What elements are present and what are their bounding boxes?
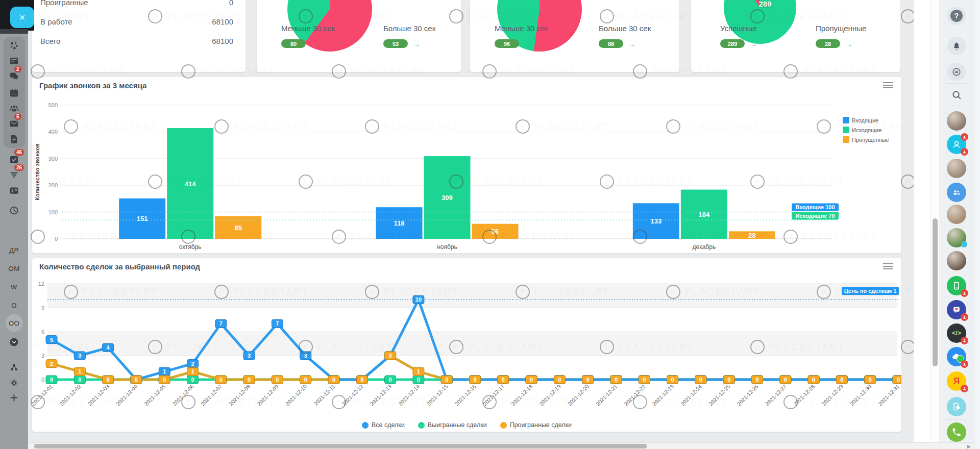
deals-chart-menu-button[interactable]	[883, 263, 893, 270]
svg-text:2021-12-22: 2021-12-22	[623, 383, 647, 407]
bell-icon[interactable]	[947, 37, 966, 55]
window-scrollbar[interactable]	[974, 0, 980, 449]
sidebar-item-calendar[interactable]	[0, 86, 28, 100]
sidebar-item-ДР[interactable]: ДР	[0, 243, 28, 257]
code-icon[interactable]: </>	[947, 323, 966, 343]
count-pill[interactable]: 80	[281, 39, 306, 48]
app-avatar[interactable]	[947, 135, 966, 154]
app-avatar[interactable]	[947, 183, 966, 202]
svg-text:7: 7	[276, 320, 279, 327]
count-pill[interactable]: 28	[816, 39, 840, 48]
panel-bell-button[interactable]	[939, 36, 974, 56]
sidebar-item-docs[interactable]	[0, 132, 28, 146]
tablet-icon[interactable]	[947, 276, 966, 295]
deals-line-chart[interactable]: 036912Цель по сделкам 12021-12-012021-12…	[32, 273, 901, 419]
sidebar-item-mail[interactable]: 5	[0, 116, 28, 131]
goto-arrow[interactable]: →	[524, 40, 531, 48]
sidebar-item-plus[interactable]	[0, 390, 28, 405]
chat-avatar[interactable]	[939, 205, 974, 224]
scroll-right-arrow[interactable]: ▶	[967, 444, 971, 449]
legend-item[interactable]: Исходящие	[843, 127, 889, 133]
calls-bar-chart[interactable]: 0100200300400500Количество звонков151414…	[32, 91, 879, 253]
user-avatar[interactable]	[947, 111, 966, 131]
sidebar-item-employees[interactable]	[0, 101, 28, 115]
heart-bubble-icon[interactable]	[947, 300, 966, 319]
panel-chat-lines-button[interactable]	[939, 62, 974, 82]
chat-avatar[interactable]	[939, 228, 974, 247]
chat-avatar[interactable]	[939, 251, 974, 270]
chat-lines-icon[interactable]	[947, 63, 966, 81]
sidebar-item-OO[interactable]: OO	[0, 316, 28, 330]
divider	[946, 83, 967, 84]
svg-text:2021-12-28: 2021-12-28	[792, 383, 816, 407]
telephony-shortcut[interactable]	[939, 422, 974, 442]
help-icon[interactable]: ?	[947, 7, 966, 25]
legend-item[interactable]: Входящие	[843, 117, 889, 123]
chat-avatar[interactable]	[939, 183, 974, 202]
user-avatar[interactable]	[947, 228, 966, 247]
goto-arrow[interactable]: →	[628, 40, 635, 48]
svg-text:0: 0	[812, 377, 815, 383]
svg-text:2021-12-11: 2021-12-11	[312, 383, 336, 407]
app-shortcut[interactable]: Я	[939, 371, 974, 391]
app-shortcut[interactable]	[939, 300, 974, 319]
panel-help-button[interactable]: ?	[939, 6, 974, 26]
panel-search-button[interactable]	[939, 85, 974, 105]
svg-text:0: 0	[389, 377, 392, 383]
vertical-scrollbar[interactable]	[930, 0, 940, 449]
chat-avatar[interactable]	[939, 159, 974, 178]
feed-icon	[9, 56, 19, 66]
user-avatar[interactable]	[947, 205, 966, 224]
calls-chart-card: График звонков за 3 месяца 0100200300400…	[32, 77, 902, 254]
sidebar-item-clock[interactable]	[0, 203, 28, 217]
telephony-shortcut[interactable]	[939, 397, 974, 416]
chevron-down-circle-icon	[9, 337, 19, 347]
chat-avatar[interactable]	[939, 111, 974, 131]
user-avatar[interactable]	[947, 159, 966, 178]
legend-item[interactable]: Пропущенные	[843, 136, 889, 143]
placestart-watermark: PPLACESTART	[901, 9, 914, 23]
sidebar-item-gear[interactable]	[0, 376, 28, 390]
sidebar-item-feed[interactable]	[0, 54, 28, 68]
goto-arrow[interactable]: →	[413, 40, 420, 48]
sidebar-item-O[interactable]: O	[0, 298, 28, 312]
goto-arrow[interactable]: →	[311, 40, 318, 48]
legend-item[interactable]: Все сделки	[362, 421, 405, 429]
svg-text:3: 3	[304, 353, 307, 359]
svg-text:3: 3	[41, 353, 44, 359]
sidebar-item-W[interactable]: W	[0, 280, 28, 294]
user-avatar[interactable]	[947, 251, 966, 270]
sidebar-item-messenger[interactable]: 2	[0, 69, 28, 83]
calls-chart-menu-button[interactable]	[883, 82, 893, 89]
count-pill[interactable]: 96	[495, 39, 519, 48]
sidebar-item-ОМ[interactable]: ОМ	[0, 261, 28, 276]
sidebar-item-chevron-down-circle[interactable]	[0, 335, 28, 349]
count-pill[interactable]: 289	[720, 39, 745, 48]
sidebar-item-pulse[interactable]	[0, 38, 28, 53]
close-menu-button[interactable]: ×	[10, 7, 34, 28]
legend-item[interactable]: Проигранные сделки	[500, 421, 572, 429]
phone-cloud-icon[interactable]	[947, 397, 966, 416]
sidebar-item-share[interactable]	[0, 360, 28, 375]
yandex-icon[interactable]: Я	[947, 371, 966, 391]
legend-item[interactable]: Выигранные сделки	[418, 421, 487, 429]
goto-arrow[interactable]: →	[750, 40, 757, 48]
svg-text:2021-12-25: 2021-12-25	[707, 383, 731, 407]
sidebar-item-contact-card[interactable]	[0, 183, 28, 197]
app-shortcut[interactable]: </>	[939, 323, 974, 343]
sidebar-item-crm-funnel[interactable]: 26	[0, 167, 28, 182]
count-pill[interactable]: 88	[599, 39, 623, 48]
horizontal-scrollbar[interactable]: ▶	[28, 442, 974, 449]
horizontal-scrollbar-thumb[interactable]	[34, 444, 647, 448]
phone-icon[interactable]	[947, 422, 966, 442]
goto-arrow[interactable]: →	[845, 40, 852, 48]
sidebar-item-tasks[interactable]: 46	[0, 152, 28, 166]
cloud-icon[interactable]	[947, 347, 966, 366]
count-pill[interactable]: 53	[383, 39, 408, 48]
app-shortcut[interactable]	[939, 276, 974, 295]
vertical-scrollbar-thumb[interactable]	[933, 218, 938, 366]
app-shortcut[interactable]	[939, 347, 974, 366]
divider	[946, 419, 967, 420]
svg-text:1: 1	[78, 368, 81, 375]
chat-avatar[interactable]	[939, 135, 974, 154]
